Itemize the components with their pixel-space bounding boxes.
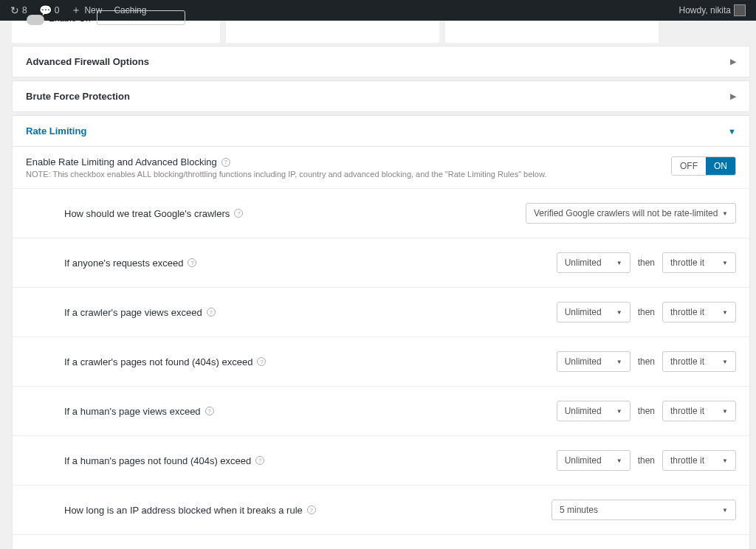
caret-down-icon: ▼ [722,458,728,464]
rule-crawler-404s: If a crawler's pages not found (404s) ex… [13,337,749,387]
howdy-label: Howdy, nikita [679,5,731,15]
action-select[interactable]: throttle it ▼ [662,252,736,273]
chevron-right-icon: ▶ [730,57,736,66]
help-icon[interactable]: ? [188,258,196,267]
rule-label: If a crawler's pages not found (404s) ex… [64,356,252,367]
toggle-off[interactable]: OFF [672,157,706,175]
caret-down-icon: ▼ [722,260,728,266]
section-rate-limiting[interactable]: Rate Limiting ▼ [12,115,750,147]
section-advanced-firewall[interactable]: Advanced Firewall Options ▶ [12,46,750,77]
rule-block-duration: How long is an IP address blocked when i… [13,486,749,535]
action-select[interactable]: throttle it ▼ [662,351,736,372]
help-icon[interactable]: ? [221,158,230,167]
then-label: then [638,356,655,367]
avatar [734,4,746,16]
select-value: throttle it [670,406,704,416]
help-icon[interactable]: ? [257,357,266,366]
block-duration-select[interactable]: 5 minutes ▼ [551,500,736,520]
enable-on-toggle[interactable] [27,15,44,25]
rate-limit-toggle[interactable]: OFF ON [671,156,736,176]
section-title: Rate Limiting [26,125,86,137]
rule-label: How long is an IP address blocked when i… [64,505,303,516]
threshold-select[interactable]: Unlimited ▼ [557,351,630,372]
updates-icon: ↻ [10,4,19,16]
caret-down-icon: ▼ [722,309,728,316]
rule-human-pageviews: If a human's page views exceed ? Unlimit… [13,387,749,436]
select-value: throttle it [670,356,704,367]
caret-down-icon: ▼ [722,507,728,514]
section-brute-force[interactable]: Brute Force Protection ▶ [12,80,750,112]
caret-down-icon: ▼ [722,408,728,415]
rule-label: If a human's pages not found (404s) exce… [64,455,251,466]
enable-rate-limiting-label: Enable Rate Limiting and Advanced Blocki… [26,156,217,168]
then-label: then [638,406,655,416]
caret-down-icon: ▼ [616,458,622,464]
help-icon[interactable]: ? [307,505,316,514]
select-value: throttle it [670,307,704,317]
partial-mid-card [226,21,439,43]
rate-limiting-body: Enable Rate Limiting and Advanced Blocki… [12,147,750,549]
caret-down-icon: ▼ [616,309,622,316]
rule-label: If a crawler's page views exceed [64,307,202,318]
rule-google-label: How should we treat Google's crawlers [64,208,230,219]
section-title: Brute Force Protection [26,91,130,102]
action-select[interactable]: throttle it ▼ [662,302,736,322]
help-icon[interactable]: ? [207,308,216,317]
select-value: Unlimited [565,455,602,466]
updates-count: 8 [22,5,27,15]
chevron-right-icon: ▶ [730,92,736,101]
rule-label: If anyone's requests exceed [64,258,183,269]
enable-rate-limiting-row: Enable Rate Limiting and Advanced Blocki… [13,147,749,189]
select-value: Verified Google crawlers will not be rat… [534,208,718,218]
action-select[interactable]: throttle it ▼ [662,450,736,471]
then-label: then [638,258,655,268]
howdy-item[interactable]: Howdy, nikita [675,0,750,21]
select-value: Unlimited [565,406,602,416]
toggle-on[interactable]: ON [706,157,735,175]
select-value: throttle it [670,258,704,268]
rule-google-crawlers: How should we treat Google's crawlers ? … [13,189,749,238]
threshold-select[interactable]: Unlimited ▼ [557,401,630,421]
caret-down-icon: ▼ [616,359,622,365]
section-title: Advanced Firewall Options [26,56,149,67]
rule-allowlist-404: Allowlisted 404 URLs ? These URL pattern… [13,535,749,549]
google-crawlers-select[interactable]: Verified Google crawlers will not be rat… [526,203,736,224]
enable-on-select[interactable] [97,10,185,25]
caret-down-icon: ▼ [616,408,622,415]
enable-rate-limiting-note: NOTE: This checkbox enables ALL blocking… [26,170,546,179]
action-select[interactable]: throttle it ▼ [662,401,736,421]
select-value: throttle it [670,455,704,466]
threshold-select[interactable]: Unlimited ▼ [557,302,630,322]
rule-label: If a human's page views exceed [64,406,201,417]
threshold-select[interactable]: Unlimited ▼ [557,252,630,273]
rule-human-404s: If a human's pages not found (404s) exce… [13,436,749,486]
select-value: Unlimited [565,258,602,268]
enable-on-label: Enable On [49,13,91,24]
help-icon[interactable]: ? [255,456,264,465]
select-value: 5 minutes [560,505,598,515]
select-value: Unlimited [565,356,602,367]
caret-down-icon: ▼ [722,359,728,365]
partial-right-card [445,21,659,43]
then-label: then [638,307,655,317]
rule-anyone-requests: If anyone's requests exceed ? Unlimited … [13,238,749,288]
rule-crawler-pageviews: If a crawler's page views exceed ? Unlim… [13,288,749,337]
select-value: Unlimited [565,307,602,317]
help-icon[interactable]: ? [234,209,243,218]
caret-down-icon: ▼ [616,260,622,266]
threshold-select[interactable]: Unlimited ▼ [557,450,630,471]
help-icon[interactable]: ? [205,407,214,415]
chevron-down-icon: ▼ [728,127,736,136]
top-partial-row: Enable On [12,21,750,43]
caret-down-icon: ▼ [722,210,728,217]
then-label: then [638,455,655,466]
